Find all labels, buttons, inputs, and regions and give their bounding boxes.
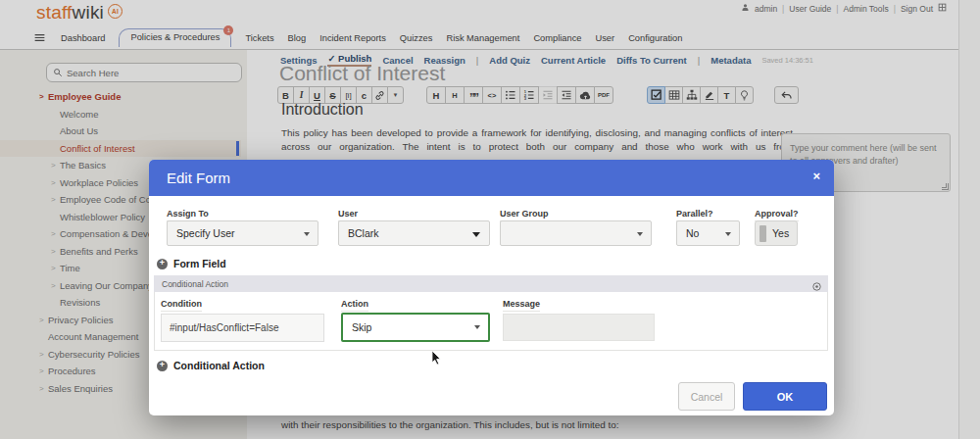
approval-toggle[interactable]: Yes [755, 220, 798, 246]
plus-circle-icon: + [157, 259, 168, 269]
user-select[interactable]: BClark [338, 220, 490, 246]
user-value: BClark [348, 227, 379, 239]
condition-input[interactable]: #input/HasConflict=False [161, 314, 324, 342]
action-value: Skip [352, 321, 371, 333]
assign-to-select[interactable]: Specify User [167, 220, 318, 246]
toggle-handle-icon [760, 225, 766, 242]
modal-title: Edit Form [167, 170, 230, 186]
close-icon[interactable]: × [812, 169, 820, 183]
condition-label: Condition [161, 299, 202, 312]
edit-form-modal: Edit Form × Assign To Specify User User … [149, 160, 834, 415]
conditional-action-panel: Condition #input/HasConflict=False Actio… [154, 292, 828, 351]
message-label: Message [503, 299, 540, 312]
plus-circle-icon: + [157, 361, 168, 371]
parallel-value: No [686, 227, 699, 239]
add-conditional-action-button[interactable]: + Conditional Action [157, 360, 265, 371]
conditional-action-bar: Conditional Action [154, 275, 828, 292]
action-label: Action [341, 299, 368, 312]
assign-to-value: Specify User [176, 227, 235, 239]
parallel-select[interactable]: No [676, 220, 740, 246]
action-select[interactable]: Skip [341, 313, 490, 342]
cancel-button[interactable]: Cancel [678, 382, 735, 411]
modal-header: Edit Form × [149, 160, 834, 196]
message-input[interactable] [503, 314, 655, 341]
user-group-select[interactable] [500, 220, 652, 246]
conditional-action-section-label: Conditional Action [173, 360, 265, 371]
conditional-action-bar-label: Conditional Action [162, 279, 228, 289]
approval-value: Yes [772, 227, 789, 239]
ok-button[interactable]: OK [743, 382, 827, 411]
form-field-section-label: Form Field [173, 258, 226, 269]
add-form-field-button[interactable]: + Form Field [157, 258, 226, 269]
condition-value: #input/HasConflict=False [170, 322, 278, 333]
